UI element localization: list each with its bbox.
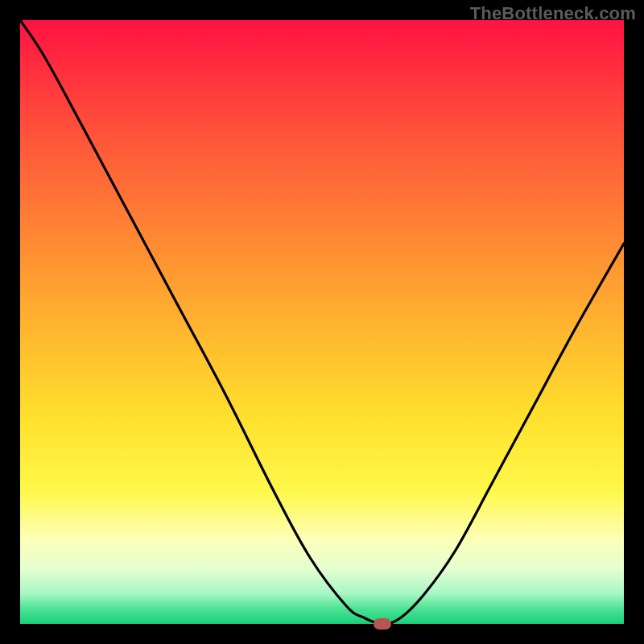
chart-frame: TheBottleneck.com [0,0,644,644]
bottleneck-curve [20,20,624,624]
optimal-marker [374,618,391,630]
curve-path [20,20,624,624]
plot-area [20,20,624,624]
watermark-label: TheBottleneck.com [470,3,636,24]
